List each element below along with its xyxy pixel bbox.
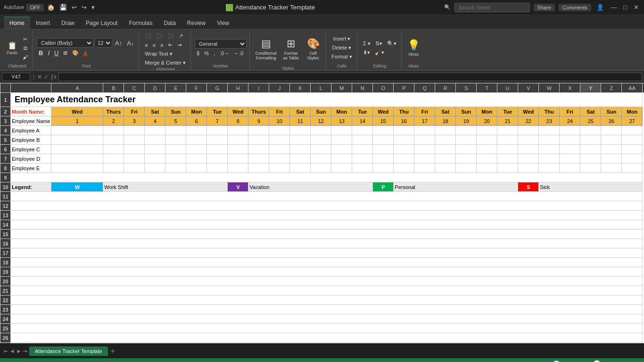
attendance-cell[interactable]	[394, 164, 414, 173]
empty-row-cell[interactable]	[11, 211, 643, 220]
col-header-u[interactable]: U	[497, 83, 518, 93]
align-top-center-btn[interactable]: ⬛	[154, 32, 165, 40]
attendance-cell[interactable]	[145, 154, 165, 164]
attendance-cell[interactable]	[580, 126, 601, 135]
day-header-cell[interactable]: Fri	[269, 107, 290, 116]
attendance-cell[interactable]	[580, 135, 601, 145]
empty-row-cell[interactable]	[11, 258, 643, 267]
tab-view[interactable]: View	[211, 17, 235, 29]
table-row[interactable]: 26	[0, 333, 644, 343]
page-break-btn[interactable]: ⊡	[566, 360, 574, 362]
confirm-formula-icon[interactable]: ✓	[44, 74, 49, 80]
attendance-cell[interactable]	[497, 154, 518, 164]
attendance-cell[interactable]	[103, 126, 124, 135]
share-button[interactable]: Share	[534, 4, 555, 11]
minimize-btn[interactable]: —	[609, 3, 618, 12]
col-header-w[interactable]: W	[539, 83, 560, 93]
empty-row-cell[interactable]	[11, 201, 643, 211]
attendance-cell[interactable]	[290, 126, 311, 135]
attendance-cell[interactable]	[269, 145, 290, 154]
month-label-cell[interactable]: Month Name:	[11, 107, 51, 116]
clear-button[interactable]: 🧹▾	[373, 49, 386, 57]
employee-name-cell[interactable]: Employee C	[11, 145, 51, 154]
comments-button[interactable]: Comments	[559, 4, 591, 11]
tab-formulas[interactable]: Formulas	[123, 17, 158, 29]
table-row[interactable]: 3Employee Name12345678910111213141516171…	[0, 116, 644, 126]
attendance-cell[interactable]	[207, 126, 228, 135]
borders-button[interactable]: ⊞	[61, 49, 69, 57]
col-header-aa[interactable]: AA	[622, 83, 643, 93]
attendance-cell[interactable]	[394, 126, 414, 135]
table-row[interactable]: 1Employee Attendance Tracker	[0, 93, 644, 107]
attendance-cell[interactable]	[539, 145, 560, 154]
attendance-cell[interactable]	[497, 126, 518, 135]
table-row[interactable]: 8Employee E	[0, 164, 644, 173]
attendance-cell[interactable]	[477, 126, 497, 135]
date-number-cell[interactable]: 19	[456, 116, 477, 126]
day-header-cell[interactable]: Wed	[228, 107, 248, 116]
attendance-cell[interactable]	[186, 154, 207, 164]
attendance-cell[interactable]	[103, 135, 124, 145]
conditional-formatting-button[interactable]: ▤ Conditional Formatting	[254, 32, 278, 66]
attendance-cell[interactable]	[435, 126, 456, 135]
underline-button[interactable]: U	[52, 49, 60, 58]
col-header-m[interactable]: M	[331, 83, 352, 93]
increase-decimal-btn[interactable]: .0→	[218, 49, 231, 57]
attendance-cell[interactable]	[456, 126, 477, 135]
attendance-cell[interactable]	[414, 164, 435, 173]
attendance-cell[interactable]	[290, 145, 311, 154]
attendance-cell[interactable]	[456, 135, 477, 145]
merge-center-button[interactable]: Merge & Center ▾	[143, 59, 188, 67]
day-header-cell[interactable]: Tue	[497, 107, 518, 116]
sheet-nav-first[interactable]: ⇤	[4, 348, 8, 354]
col-header-n[interactable]: N	[352, 83, 373, 93]
close-btn[interactable]: ✕	[632, 3, 640, 12]
empty-row-cell[interactable]	[11, 277, 643, 286]
col-header-b[interactable]: B	[103, 83, 124, 93]
day-header-cell[interactable]: Thurs	[103, 107, 124, 116]
align-top-right-btn[interactable]: ⬛	[165, 32, 176, 40]
table-row[interactable]: 6Employee C	[0, 145, 644, 154]
ideas-button[interactable]: 💡 Ideas	[405, 38, 422, 58]
col-header-y[interactable]: Y	[580, 83, 601, 93]
attendance-cell[interactable]	[311, 145, 331, 154]
empty-row-cell[interactable]	[11, 192, 643, 201]
sheet-nav-last[interactable]: ⇥	[23, 348, 27, 354]
day-header-cell[interactable]: Mon	[186, 107, 207, 116]
attendance-cell[interactable]	[456, 164, 477, 173]
empty-row-cell[interactable]	[11, 305, 643, 314]
indent-increase-btn[interactable]: ⇥	[175, 41, 183, 49]
day-header-cell[interactable]: Wed	[373, 107, 394, 116]
attendance-cell[interactable]	[165, 145, 186, 154]
accounting-btn[interactable]: $	[195, 49, 201, 57]
attendance-cell[interactable]	[51, 154, 103, 164]
table-row[interactable]: 24	[0, 314, 644, 324]
attendance-cell[interactable]	[518, 154, 539, 164]
attendance-cell[interactable]	[414, 135, 435, 145]
employee-name-cell[interactable]: Employee B	[11, 135, 51, 145]
find-select-button[interactable]: 🔍▾	[385, 40, 398, 48]
attendance-cell[interactable]	[352, 164, 373, 173]
attendance-cell[interactable]	[456, 154, 477, 164]
attendance-cell[interactable]	[186, 164, 207, 173]
attendance-cell[interactable]	[51, 164, 103, 173]
orientation-btn[interactable]: ↗	[177, 32, 185, 40]
date-number-cell[interactable]: 26	[601, 116, 622, 126]
col-header-r[interactable]: R	[435, 83, 456, 93]
attendance-cell[interactable]	[207, 154, 228, 164]
empty-row-cell[interactable]	[11, 333, 643, 343]
table-row[interactable]: 27	[0, 343, 644, 344]
table-row[interactable]: 12	[0, 201, 644, 211]
attendance-cell[interactable]	[601, 135, 622, 145]
date-number-cell[interactable]: 8	[228, 116, 248, 126]
tab-draw[interactable]: Draw	[56, 17, 80, 29]
attendance-cell[interactable]	[601, 154, 622, 164]
col-header-q[interactable]: Q	[414, 83, 435, 93]
attendance-cell[interactable]	[145, 164, 165, 173]
attendance-cell[interactable]	[518, 145, 539, 154]
attendance-cell[interactable]	[269, 154, 290, 164]
align-left-btn[interactable]: ≡	[143, 41, 149, 49]
date-number-cell[interactable]: 9	[248, 116, 269, 126]
day-header-cell[interactable]: Mon	[477, 107, 497, 116]
cell-reference-box[interactable]	[2, 73, 30, 81]
